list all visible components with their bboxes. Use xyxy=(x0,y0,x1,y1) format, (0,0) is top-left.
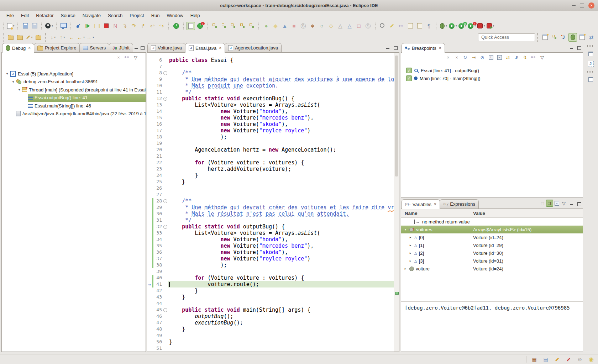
fold-margin[interactable] xyxy=(163,268,168,275)
breakpoint-margin[interactable] xyxy=(147,89,152,95)
fold-margin[interactable] xyxy=(163,76,168,83)
show-source-toggle[interactable] xyxy=(187,22,195,30)
breakpoint-margin[interactable] xyxy=(147,102,152,108)
code-text[interactable]: } xyxy=(168,339,394,345)
code-text[interactable]: List<Voiture> voitures = Arrays.asList( xyxy=(168,102,394,108)
tree-expand-icon[interactable]: ▾ xyxy=(17,88,22,91)
breakpoint-margin[interactable] xyxy=(147,339,152,345)
menu-search[interactable]: Search xyxy=(104,12,126,19)
line-number[interactable]: 24 xyxy=(153,172,163,179)
breakpoint-margin[interactable] xyxy=(147,83,152,89)
team-sync-perspective-button[interactable]: ⇄ xyxy=(587,33,596,42)
fold-margin[interactable] xyxy=(163,313,168,320)
code-text[interactable]: public static void main(String[] args) { xyxy=(168,307,394,313)
line-number[interactable]: 14 xyxy=(153,108,163,115)
link-with-debug-button[interactable]: ⇄ xyxy=(504,54,512,61)
shape-icon-11[interactable]: □ xyxy=(355,22,363,30)
external-tools-button[interactable]: ▾ xyxy=(477,22,486,30)
run-button[interactable]: ▾ xyxy=(448,22,457,30)
line-number[interactable]: 21 xyxy=(153,153,163,159)
status-icon-2[interactable]: ▤ xyxy=(542,356,550,363)
fold-margin[interactable] xyxy=(163,140,168,147)
breakpoint-margin[interactable] xyxy=(147,243,152,249)
breakpoint-margin[interactable] xyxy=(147,255,152,262)
align-icon-1[interactable] xyxy=(210,22,219,30)
close-tab-icon[interactable]: × xyxy=(434,202,436,207)
fold-margin[interactable] xyxy=(163,63,168,70)
code-text[interactable]: /** xyxy=(168,198,394,204)
code-text[interactable]: } xyxy=(168,179,394,185)
next-annotation-button-dropdown-icon[interactable]: ▾ xyxy=(54,36,56,39)
checkbox-checked-icon[interactable]: ✓ xyxy=(406,75,412,81)
search-button[interactable] xyxy=(378,22,387,30)
resume-button[interactable] xyxy=(83,22,92,30)
save-button[interactable] xyxy=(21,22,30,30)
run-external-button-dropdown-icon[interactable]: ▾ xyxy=(493,25,494,27)
menu-refactor[interactable]: Refactor xyxy=(32,12,57,19)
line-number[interactable]: 37 xyxy=(153,255,163,262)
debug-tree-row[interactable]: ▾Thread [main] (Suspended (breakpoint at… xyxy=(2,86,146,94)
code-text[interactable]: for (Voiture voiture : voitures) { xyxy=(168,275,394,281)
code-text[interactable]: new Voiture("roylce roylce") xyxy=(168,255,394,262)
row-expand-icon[interactable]: ▸ xyxy=(408,236,413,239)
quick-access-input[interactable] xyxy=(478,33,535,41)
breakpoint-main-70[interactable]: ✓Main [line: 70] - main(String[]) xyxy=(401,74,583,82)
java-perspective-button[interactable]: J xyxy=(559,33,568,42)
fold-margin[interactable] xyxy=(163,204,168,211)
tab-breakpoints[interactable]: Breakpoints× xyxy=(402,43,445,53)
open-perspective-button[interactable] xyxy=(541,33,549,42)
breakpoint-margin[interactable] xyxy=(147,211,152,217)
status-icon-1[interactable]: ▦ xyxy=(530,356,538,363)
breakpoint-margin[interactable] xyxy=(147,204,152,211)
fold-margin[interactable]: - xyxy=(163,95,168,102)
fold-margin[interactable] xyxy=(163,179,168,185)
breakpoint-margin[interactable] xyxy=(147,236,152,243)
line-number[interactable]: 35 xyxy=(153,243,163,249)
fold-margin[interactable] xyxy=(163,300,168,307)
breakpoint-margin[interactable] xyxy=(147,345,152,352)
row-expand-icon[interactable]: ▾ xyxy=(403,228,408,231)
line-number[interactable]: 50 xyxy=(153,339,163,345)
breakpoint-margin[interactable] xyxy=(147,287,152,294)
debug-view-menu-button[interactable]: ▽ xyxy=(132,54,139,61)
grey-dots-icon[interactable] xyxy=(530,54,537,61)
fold-margin[interactable] xyxy=(163,83,168,89)
row-voitures-3[interactable]: ▸△[3]Voiture (id=31) xyxy=(401,257,583,265)
code-text[interactable]: } xyxy=(168,326,394,332)
breakpoints-menu-button[interactable]: ▽ xyxy=(539,54,546,61)
breakpoint-margin[interactable] xyxy=(147,300,152,307)
line-number[interactable]: 6 xyxy=(153,57,163,63)
code-text[interactable]: hertz.addVoiture(voiture); xyxy=(168,166,394,172)
open-console-button[interactable] xyxy=(59,22,68,30)
new-wizard-button-dropdown-icon[interactable]: ▾ xyxy=(13,25,15,27)
breakpoint-margin[interactable] xyxy=(147,185,152,191)
minimize-view-button[interactable] xyxy=(568,201,574,206)
breakpoint-margin[interactable] xyxy=(147,332,152,339)
row-voitures[interactable]: ▾voituresArrays$ArrayList<E> (id=15) xyxy=(401,226,583,233)
fold-margin[interactable] xyxy=(163,89,168,95)
align-icon-5[interactable] xyxy=(247,22,256,30)
breakpoint-margin[interactable] xyxy=(147,172,152,179)
breakpoint-margin[interactable]: → xyxy=(147,281,152,287)
fold-margin[interactable]: - xyxy=(163,198,168,204)
account-button-dropdown-icon[interactable]: ▾ xyxy=(52,25,53,27)
step-over-button[interactable]: ↷ xyxy=(130,22,138,30)
last-edit-location-button[interactable]: ← xyxy=(67,33,76,42)
shape-icon-4[interactable]: ■ xyxy=(290,22,298,30)
resource-perspective-button[interactable] xyxy=(550,33,558,42)
code-text[interactable]: public static void outputBug() { xyxy=(168,223,394,230)
fold-margin[interactable] xyxy=(163,191,168,198)
fold-margin[interactable] xyxy=(163,243,168,249)
remove-all-breakpoints-button[interactable]: × xyxy=(453,54,460,61)
debug-tree-row[interactable]: ▾JEssai (5) [Java Application] xyxy=(2,70,146,78)
code-text[interactable] xyxy=(168,140,394,147)
step-into-button[interactable]: ↴ xyxy=(120,22,129,30)
line-number[interactable]: 46 xyxy=(153,313,163,320)
code-text[interactable]: voiture.roule(); xyxy=(168,281,394,287)
overview-ruler-mark[interactable] xyxy=(395,292,399,295)
step-return-button[interactable]: ↱ xyxy=(139,22,147,30)
breakpoint-margin[interactable] xyxy=(147,70,152,76)
code-text[interactable]: new Voiture("sköda"), xyxy=(168,121,394,127)
fold-margin[interactable] xyxy=(163,147,168,153)
checkbox-checked-icon[interactable]: ✓ xyxy=(406,68,412,73)
